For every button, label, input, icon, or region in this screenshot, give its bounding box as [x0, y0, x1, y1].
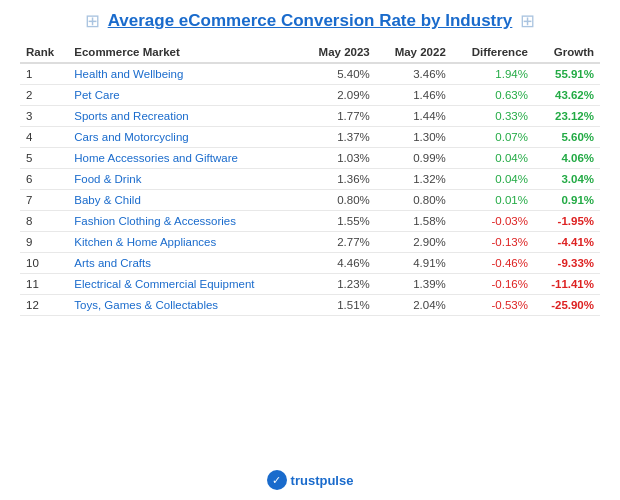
cell-diff: -0.46%	[452, 253, 534, 274]
cell-market[interactable]: Sports and Recreation	[68, 106, 299, 127]
cell-may2022: 1.39%	[376, 274, 452, 295]
cell-market[interactable]: Toys, Games & Collectables	[68, 295, 299, 316]
cell-may2022: 1.44%	[376, 106, 452, 127]
col-may2023: May 2023	[300, 42, 376, 63]
cell-may2023: 1.77%	[300, 106, 376, 127]
cell-may2022: 4.91%	[376, 253, 452, 274]
cell-market[interactable]: Food & Drink	[68, 169, 299, 190]
table-row: 4Cars and Motorcycling1.37%1.30%0.07%5.6…	[20, 127, 600, 148]
col-may2022: May 2022	[376, 42, 452, 63]
table-header: Rank Ecommerce Market May 2023 May 2022 …	[20, 42, 600, 63]
cell-diff: 0.63%	[452, 85, 534, 106]
col-diff: Difference	[452, 42, 534, 63]
cell-rank: 6	[20, 169, 68, 190]
cell-may2023: 1.36%	[300, 169, 376, 190]
cell-growth: -4.41%	[534, 232, 600, 253]
cell-market[interactable]: Electrical & Commercial Equipment	[68, 274, 299, 295]
cell-may2023: 2.09%	[300, 85, 376, 106]
cell-growth: 55.91%	[534, 63, 600, 85]
cell-market[interactable]: Pet Care	[68, 85, 299, 106]
table-body: 1Health and Wellbeing5.40%3.46%1.94%55.9…	[20, 63, 600, 316]
cell-may2022: 1.32%	[376, 169, 452, 190]
cell-rank: 4	[20, 127, 68, 148]
cell-market[interactable]: Fashion Clothing & Accessories	[68, 211, 299, 232]
cell-growth: -9.33%	[534, 253, 600, 274]
cell-growth: -11.41%	[534, 274, 600, 295]
table-row: 12Toys, Games & Collectables1.51%2.04%-0…	[20, 295, 600, 316]
cell-may2023: 1.23%	[300, 274, 376, 295]
col-growth: Growth	[534, 42, 600, 63]
decoration-right: ⊞	[520, 10, 535, 32]
cell-rank: 12	[20, 295, 68, 316]
cell-may2022: 0.80%	[376, 190, 452, 211]
cell-diff: -0.16%	[452, 274, 534, 295]
table-row: 6Food & Drink1.36%1.32%0.04%3.04%	[20, 169, 600, 190]
table-row: 10Arts and Crafts4.46%4.91%-0.46%-9.33%	[20, 253, 600, 274]
cell-rank: 7	[20, 190, 68, 211]
cell-may2023: 4.46%	[300, 253, 376, 274]
page-title: Average eCommerce Conversion Rate by Ind…	[108, 11, 513, 31]
table-row: 3Sports and Recreation1.77%1.44%0.33%23.…	[20, 106, 600, 127]
table-row: 9Kitchen & Home Appliances2.77%2.90%-0.1…	[20, 232, 600, 253]
trustpulse-logo: ✓ trustpulse	[267, 470, 354, 490]
cell-growth: 23.12%	[534, 106, 600, 127]
cell-growth: 4.06%	[534, 148, 600, 169]
cell-rank: 2	[20, 85, 68, 106]
cell-may2023: 1.51%	[300, 295, 376, 316]
table-row: 11Electrical & Commercial Equipment1.23%…	[20, 274, 600, 295]
col-rank: Rank	[20, 42, 68, 63]
cell-market[interactable]: Health and Wellbeing	[68, 63, 299, 85]
cell-may2022: 1.58%	[376, 211, 452, 232]
cell-rank: 11	[20, 274, 68, 295]
table-container: Rank Ecommerce Market May 2023 May 2022 …	[20, 42, 600, 462]
cell-growth: 5.60%	[534, 127, 600, 148]
footer: ✓ trustpulse	[267, 470, 354, 490]
cell-may2022: 1.46%	[376, 85, 452, 106]
cell-diff: 1.94%	[452, 63, 534, 85]
cell-rank: 8	[20, 211, 68, 232]
cell-diff: 0.07%	[452, 127, 534, 148]
cell-growth: 0.91%	[534, 190, 600, 211]
cell-may2023: 1.03%	[300, 148, 376, 169]
cell-growth: -1.95%	[534, 211, 600, 232]
cell-diff: 0.01%	[452, 190, 534, 211]
cell-diff: 0.04%	[452, 148, 534, 169]
trustpulse-icon: ✓	[267, 470, 287, 490]
cell-market[interactable]: Home Accessories and Giftware	[68, 148, 299, 169]
cell-market[interactable]: Kitchen & Home Appliances	[68, 232, 299, 253]
cell-diff: -0.03%	[452, 211, 534, 232]
trustpulse-brand: trustpulse	[291, 473, 354, 488]
cell-market[interactable]: Cars and Motorcycling	[68, 127, 299, 148]
conversion-rate-table: Rank Ecommerce Market May 2023 May 2022 …	[20, 42, 600, 316]
cell-may2023: 5.40%	[300, 63, 376, 85]
cell-growth: 43.62%	[534, 85, 600, 106]
cell-may2023: 1.55%	[300, 211, 376, 232]
cell-rank: 10	[20, 253, 68, 274]
cell-may2023: 2.77%	[300, 232, 376, 253]
table-row: 7Baby & Child0.80%0.80%0.01%0.91%	[20, 190, 600, 211]
cell-rank: 9	[20, 232, 68, 253]
decoration-left: ⊞	[85, 10, 100, 32]
table-row: 8Fashion Clothing & Accessories1.55%1.58…	[20, 211, 600, 232]
cell-may2023: 1.37%	[300, 127, 376, 148]
cell-may2022: 2.90%	[376, 232, 452, 253]
cell-growth: 3.04%	[534, 169, 600, 190]
col-market: Ecommerce Market	[68, 42, 299, 63]
cell-may2022: 3.46%	[376, 63, 452, 85]
cell-may2022: 0.99%	[376, 148, 452, 169]
title-container: ⊞ Average eCommerce Conversion Rate by I…	[20, 10, 600, 32]
table-row: 1Health and Wellbeing5.40%3.46%1.94%55.9…	[20, 63, 600, 85]
cell-growth: -25.90%	[534, 295, 600, 316]
cell-may2022: 2.04%	[376, 295, 452, 316]
cell-diff: 0.33%	[452, 106, 534, 127]
cell-may2023: 0.80%	[300, 190, 376, 211]
table-row: 5Home Accessories and Giftware1.03%0.99%…	[20, 148, 600, 169]
cell-diff: 0.04%	[452, 169, 534, 190]
cell-market[interactable]: Arts and Crafts	[68, 253, 299, 274]
cell-may2022: 1.30%	[376, 127, 452, 148]
cell-diff: -0.13%	[452, 232, 534, 253]
cell-rank: 3	[20, 106, 68, 127]
cell-market[interactable]: Baby & Child	[68, 190, 299, 211]
cell-rank: 1	[20, 63, 68, 85]
table-row: 2Pet Care2.09%1.46%0.63%43.62%	[20, 85, 600, 106]
